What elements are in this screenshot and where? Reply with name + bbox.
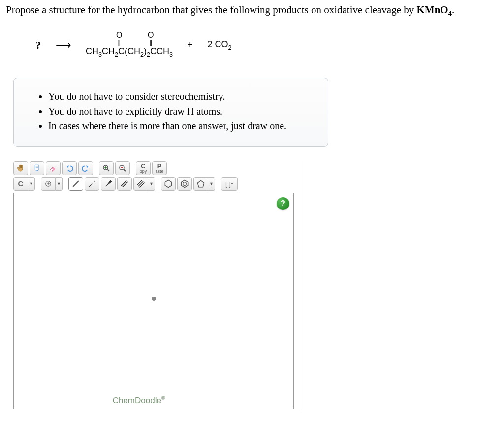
benzene-button[interactable] bbox=[177, 177, 192, 191]
product-co2: 2 CO2 bbox=[208, 39, 232, 51]
drawing-canvas[interactable]: ? ChemDoodle® bbox=[13, 193, 294, 409]
svg-line-17 bbox=[137, 180, 142, 185]
svg-marker-23 bbox=[197, 180, 204, 187]
help-button[interactable]: ? bbox=[277, 197, 289, 210]
svg-rect-1 bbox=[36, 166, 38, 166]
toolbar-row-2: C ▼ ▼ ▼ ▼ bbox=[13, 177, 301, 191]
canvas-start-atom[interactable] bbox=[152, 297, 156, 301]
sketcher: Copy Paste C ▼ ▼ ▼ bbox=[13, 161, 301, 411]
svg-line-16 bbox=[123, 182, 128, 187]
reaction-arrow: ⟶ bbox=[56, 39, 71, 52]
svg-line-15 bbox=[121, 180, 126, 186]
svg-line-18 bbox=[138, 181, 143, 186]
cyclohexane-button[interactable] bbox=[161, 177, 176, 191]
triple-bond-button[interactable] bbox=[133, 177, 148, 191]
hint-item: You do not have to consider stereochemis… bbox=[48, 89, 313, 104]
svg-point-22 bbox=[183, 182, 187, 185]
bond-dropdown[interactable]: ▼ bbox=[148, 177, 155, 191]
zoom-in-button[interactable] bbox=[99, 161, 114, 175]
question-reagent: KMnO4 bbox=[417, 4, 452, 16]
carbonyl-right: O‖ bbox=[148, 31, 154, 46]
element-dropdown[interactable]: ▼ bbox=[28, 177, 35, 191]
svg-marker-20 bbox=[165, 180, 171, 187]
cyclopentane-button[interactable] bbox=[193, 177, 208, 191]
svg-marker-21 bbox=[181, 180, 188, 187]
question-suffix: . bbox=[452, 4, 454, 16]
unknown-compound: ? bbox=[35, 39, 41, 52]
double-bond-button[interactable] bbox=[117, 177, 132, 191]
eraser-tool-button[interactable] bbox=[46, 161, 61, 175]
redo-button[interactable] bbox=[78, 161, 93, 175]
increment-dropdown[interactable]: ▼ bbox=[56, 177, 63, 191]
svg-line-13 bbox=[73, 181, 79, 187]
recessed-bond-button[interactable] bbox=[85, 177, 99, 191]
hand-tool-button[interactable] bbox=[13, 161, 28, 175]
single-bond-button[interactable] bbox=[68, 177, 83, 191]
zoom-out-button[interactable] bbox=[115, 161, 130, 175]
svg-line-19 bbox=[140, 182, 145, 187]
charge-button[interactable]: [ ]± bbox=[221, 177, 238, 191]
hint-item: In cases where there is more than one an… bbox=[48, 119, 313, 133]
wedge-bond-button[interactable] bbox=[101, 177, 116, 191]
question-prefix: Propose a structure for the hydrocarbon … bbox=[6, 4, 417, 16]
ring-dropdown[interactable]: ▼ bbox=[208, 177, 215, 191]
product-diketone: O‖ O‖ CH3CH2C(CH2)2CCH3 bbox=[86, 32, 173, 58]
svg-line-8 bbox=[124, 169, 126, 171]
svg-rect-2 bbox=[36, 167, 38, 168]
hint-item: You do not have to explicitly draw H ato… bbox=[48, 104, 313, 119]
element-button[interactable]: C bbox=[13, 177, 28, 191]
question-text: Propose a structure for the hydrocarbon … bbox=[6, 4, 498, 18]
svg-line-4 bbox=[107, 169, 109, 171]
undo-button[interactable] bbox=[62, 161, 77, 175]
copy-button[interactable]: Copy bbox=[136, 161, 151, 175]
increment-button[interactable] bbox=[41, 177, 56, 191]
chemdoodle-brand: ChemDoodle® bbox=[14, 395, 264, 406]
lasso-tool-button[interactable] bbox=[30, 161, 44, 175]
reaction-scheme: ? ⟶ O‖ O‖ CH3CH2C(CH2)2CCH3 + 2 CO2 bbox=[35, 32, 498, 58]
hints-box: You do not have to consider stereochemis… bbox=[13, 78, 328, 147]
svg-line-14 bbox=[89, 181, 95, 187]
paste-button[interactable]: Paste bbox=[152, 161, 167, 175]
toolbar-row-1: Copy Paste bbox=[13, 161, 301, 175]
carbonyl-left: O‖ bbox=[116, 31, 122, 46]
plus-sign: + bbox=[188, 40, 193, 50]
